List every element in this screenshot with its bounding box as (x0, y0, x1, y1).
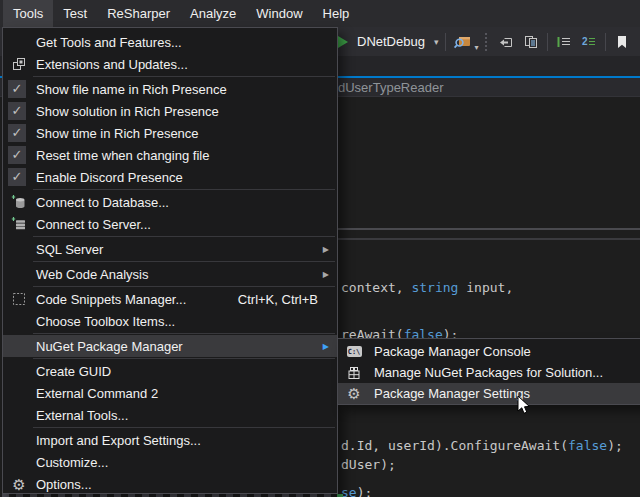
menu-item-create-guid[interactable]: Create GUID (3, 360, 337, 382)
menu-item-label: Show time in Rich Presence (36, 126, 199, 141)
code-segment: input, (458, 280, 513, 295)
svg-text:2: 2 (582, 36, 588, 47)
menu-separator (33, 76, 335, 77)
comment-lines-icon[interactable] (555, 33, 573, 51)
find-in-files-icon[interactable] (453, 33, 471, 51)
menu-item-code-snippets-manager[interactable]: Code Snippets Manager...Ctrl+K, Ctrl+B (3, 288, 337, 310)
menu-separator (33, 427, 335, 428)
run-config-label[interactable]: DNetDebug (355, 34, 427, 49)
navigate-back-icon[interactable] (497, 33, 515, 51)
menu-item-reset-time-when-changing-file[interactable]: ✓Reset time when changing file (3, 144, 337, 166)
menu-item-label: Get Tools and Features... (36, 35, 182, 50)
menubar-item-help[interactable]: Help (313, 0, 360, 27)
submenu-item-manage-nuget-packages-for-solution[interactable]: Manage NuGet Packages for Solution... (338, 362, 640, 383)
menu-item-show-time-in-rich-presence[interactable]: ✓Show time in Rich Presence (3, 122, 337, 144)
code-segment: string (411, 280, 458, 295)
checkmark-icon: ✓ (8, 80, 26, 98)
run-config-caret-icon[interactable]: ▾ (434, 37, 439, 47)
menu-item-label: Extensions and Updates... (36, 57, 188, 72)
menu-item-show-solution-in-rich-presence[interactable]: ✓Show solution in Rich Presence (3, 100, 337, 122)
submenu-item-label: Manage NuGet Packages for Solution... (374, 365, 603, 380)
menu-item-extensions-and-updates[interactable]: Extensions and Updates... (3, 53, 337, 75)
snippets-icon (10, 290, 28, 308)
menu-item-show-file-name-in-rich-presence[interactable]: ✓Show file name in Rich Presence (3, 78, 337, 100)
server-icon (10, 215, 28, 233)
checkmark-icon: ✓ (8, 168, 26, 186)
editor-splitter-line (338, 238, 640, 240)
menu-item-choose-toolbox-items[interactable]: Choose Toolbox Items... (3, 310, 337, 332)
menu-item-label: Options... (36, 477, 92, 492)
menu-item-label: Connect to Server... (36, 217, 151, 232)
menu-item-import-and-export-settings[interactable]: Import and Export Settings... (3, 429, 337, 451)
code-segment: false (568, 438, 607, 453)
menu-item-label: Import and Export Settings... (36, 433, 201, 448)
code-segment: dUser); (341, 457, 396, 472)
code-line: context, string input, (341, 280, 513, 295)
toolbar-separator (547, 33, 548, 51)
menu-item-enable-discord-presence[interactable]: ✓Enable Discord Presence (3, 166, 337, 188)
toolbar: DNetDebug ▾ ▾ (338, 27, 640, 56)
checkmark-icon: ✓ (8, 146, 26, 164)
submenu-arrow-icon: ▶ (323, 245, 329, 254)
menu-item-options[interactable]: ⚙Options... (3, 473, 337, 495)
menu-bar: ToolsTestReSharperAnalyzeWindowHelp (0, 0, 640, 27)
menu-item-sql-server[interactable]: SQL Server▶ (3, 238, 337, 260)
breadcrumb[interactable]: dUserTypeReader (338, 80, 444, 95)
menu-separator (33, 286, 335, 287)
code-line: dUser); (341, 457, 396, 472)
bookmark-icon[interactable] (613, 33, 631, 51)
menu-item-nuget-package-manager[interactable]: NuGet Package Manager▶ (3, 335, 337, 357)
find-caret-icon[interactable]: ▾ (474, 43, 478, 56)
menu-item-label: Customize... (36, 455, 108, 470)
nuget-package-manager-submenu: C:\Package Manager ConsoleManage NuGet P… (337, 338, 640, 405)
code-segment: ); (607, 438, 623, 453)
code-segment: d.Id, userId).ConfigureAwait( (341, 438, 568, 453)
menu-item-connect-to-database[interactable]: Connect to Database... (3, 191, 337, 213)
code-segment: ); (357, 485, 373, 497)
checkmark-icon: ✓ (8, 124, 26, 142)
menubar-item-tools[interactable]: Tools (3, 0, 53, 27)
extensions-icon (10, 55, 28, 73)
submenu-item-package-manager-settings[interactable]: ⚙Package Manager Settings (338, 383, 640, 404)
code-line: se); (341, 485, 372, 497)
menu-item-label: External Tools... (36, 408, 128, 423)
gear-icon: ⚙ (10, 475, 28, 493)
menubar-item-analyze[interactable]: Analyze (180, 0, 246, 27)
menu-item-label: Enable Discord Presence (36, 170, 183, 185)
submenu-item-label: Package Manager Console (374, 344, 531, 359)
menu-item-label: Reset time when changing file (36, 148, 209, 163)
menu-item-shortcut: Ctrl+K, Ctrl+B (238, 292, 318, 307)
uncomment-lines-icon[interactable]: 2 (580, 33, 598, 51)
menubar-item-resharper[interactable]: ReSharper (97, 0, 180, 27)
menu-item-web-code-analysis[interactable]: Web Code Analysis▶ (3, 263, 337, 285)
menu-item-label: Connect to Database... (36, 195, 169, 210)
editor-splitter-line (338, 228, 640, 230)
toolbar-grip[interactable] (485, 33, 490, 51)
menubar-item-window[interactable]: Window (246, 0, 312, 27)
vs-window: ToolsTestReSharperAnalyzeWindowHelp DNet… (0, 0, 640, 497)
menu-item-external-tools[interactable]: External Tools... (3, 404, 337, 426)
menu-item-external-command-2[interactable]: External Command 2 (3, 382, 337, 404)
menu-item-label: External Command 2 (36, 386, 158, 401)
mouse-cursor (517, 395, 532, 417)
run-icon[interactable] (338, 36, 348, 48)
submenu-item-package-manager-console[interactable]: C:\Package Manager Console (338, 341, 640, 362)
menu-separator (33, 358, 335, 359)
menu-item-label: NuGet Package Manager (36, 339, 183, 354)
menu-item-customize[interactable]: Customize... (3, 451, 337, 473)
menu-item-label: Show file name in Rich Presence (36, 82, 227, 97)
menubar-item-test[interactable]: Test (53, 0, 97, 27)
database-icon (10, 193, 28, 211)
code-segment: context, (341, 280, 411, 295)
gear-icon: ⚙ (345, 385, 363, 403)
menu-item-label: SQL Server (36, 242, 103, 257)
menu-separator (33, 189, 335, 190)
menu-item-label: Show solution in Rich Presence (36, 104, 219, 119)
menu-item-get-tools-and-features[interactable]: Get Tools and Features... (3, 31, 337, 53)
checkmark-icon: ✓ (8, 102, 26, 120)
copy-lines-icon[interactable] (522, 33, 540, 51)
menu-item-connect-to-server[interactable]: Connect to Server... (3, 213, 337, 235)
package-icon (345, 364, 363, 382)
menu-separator (33, 261, 335, 262)
code-segment: se (341, 485, 357, 497)
